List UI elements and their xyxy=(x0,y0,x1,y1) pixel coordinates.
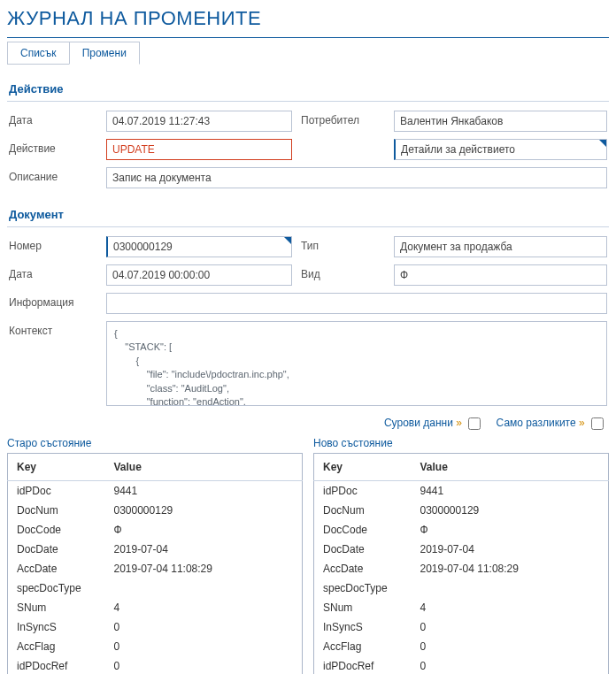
table-row: DocNum0300000129 xyxy=(8,501,303,520)
cell-key: AccDate xyxy=(8,559,105,578)
cell-value: 4 xyxy=(412,598,609,617)
cell-key: SNum xyxy=(8,598,105,617)
cell-value: 0 xyxy=(412,617,609,637)
new-value-header: Value xyxy=(412,453,609,480)
section-doc-title: Документ xyxy=(7,203,609,227)
table-row: DocCodeФ xyxy=(314,520,609,540)
new-state-title: Ново състояние xyxy=(313,437,609,449)
action-user-label: Потребител xyxy=(301,111,385,126)
diff-only-checkbox[interactable] xyxy=(591,417,604,430)
cell-key: DocCode xyxy=(314,520,412,540)
action-date-value: 04.07.2019 11:27:43 xyxy=(106,111,292,132)
doc-type-label: Тип xyxy=(301,236,385,252)
action-desc-value: Запис на документа xyxy=(106,167,607,188)
cell-value: 0 xyxy=(105,656,303,674)
cell-value: 9441 xyxy=(412,480,609,501)
doc-num-value[interactable]: 0300000129 xyxy=(106,236,292,257)
table-row: DocDate2019-07-04 xyxy=(8,540,303,559)
table-row: DocNum0300000129 xyxy=(314,501,609,520)
cell-key: AccFlag xyxy=(8,637,105,656)
table-row: idPDoc9441 xyxy=(8,480,303,501)
tab-list[interactable]: Списък xyxy=(7,42,70,65)
action-action-value: UPDATE xyxy=(106,139,292,160)
raw-data-checkbox[interactable] xyxy=(468,417,481,430)
table-row: SNum4 xyxy=(314,598,609,617)
doc-context-label: Контекст xyxy=(9,321,97,337)
table-row: idPDocRef0 xyxy=(8,656,303,674)
table-row: AccDate2019-07-04 11:08:29 xyxy=(8,559,303,578)
cell-value: 0 xyxy=(412,656,609,674)
cell-key: DocCode xyxy=(8,520,105,540)
action-date-label: Дата xyxy=(9,111,97,126)
old-key-header: Key xyxy=(8,453,105,480)
cell-value: Ф xyxy=(105,520,303,540)
action-details-button[interactable]: Детайли за действието xyxy=(394,139,607,160)
cell-key: idPDoc xyxy=(8,480,105,501)
cell-key: idPDoc xyxy=(314,480,412,501)
doc-date-label: Дата xyxy=(9,264,97,280)
doc-date-value: 04.07.2019 00:00:00 xyxy=(106,264,292,286)
doc-kind-value: Ф xyxy=(394,264,607,286)
old-value-header: Value xyxy=(105,453,303,480)
table-row: DocDate2019-07-04 xyxy=(314,540,609,559)
cell-value: 9441 xyxy=(105,480,303,501)
cell-value: 2019-07-04 xyxy=(105,540,303,559)
cell-key: AccFlag xyxy=(314,637,412,656)
section-action-title: Действие xyxy=(7,77,609,102)
cell-value: 0 xyxy=(412,637,609,656)
cell-value: 0300000129 xyxy=(412,501,609,520)
doc-info-value xyxy=(106,293,607,314)
table-row: InSyncS0 xyxy=(8,617,303,637)
cell-value xyxy=(412,578,609,598)
action-action-label: Действие xyxy=(9,139,97,155)
cell-value: 2019-07-04 xyxy=(412,540,609,559)
doc-info-label: Информация xyxy=(9,293,97,309)
action-desc-label: Описание xyxy=(9,167,97,183)
cell-key: InSyncS xyxy=(8,617,105,637)
cell-value: 0 xyxy=(105,617,303,637)
cell-key: DocNum xyxy=(8,501,105,520)
doc-form: Номер 0300000129 Тип Документ за продажб… xyxy=(7,227,609,408)
cell-value: 0 xyxy=(105,637,303,656)
tabs: Списък Промени xyxy=(7,42,609,65)
cell-key: DocDate xyxy=(8,540,105,559)
cell-key: DocDate xyxy=(314,540,412,559)
table-row: AccFlag0 xyxy=(314,637,609,656)
cell-key: specDocType xyxy=(314,578,412,598)
cell-value: 2019-07-04 11:08:29 xyxy=(105,559,303,578)
doc-type-value: Документ за продажба xyxy=(394,236,607,257)
cell-value xyxy=(105,578,303,598)
table-row: DocCodeФ xyxy=(8,520,303,540)
cell-value: 2019-07-04 11:08:29 xyxy=(412,559,609,578)
cell-key: InSyncS xyxy=(314,617,412,637)
tab-changes[interactable]: Промени xyxy=(69,42,140,65)
doc-num-label: Номер xyxy=(9,236,97,252)
table-row: SNum4 xyxy=(8,598,303,617)
table-row: idPDoc9441 xyxy=(314,480,609,501)
raw-data-link[interactable]: Сурови данни » xyxy=(384,417,462,429)
cell-key: DocNum xyxy=(314,501,412,520)
cell-key: idPDocRef xyxy=(8,656,105,674)
table-row: specDocType xyxy=(314,578,609,598)
new-key-header: Key xyxy=(314,453,412,480)
table-row: AccDate2019-07-04 11:08:29 xyxy=(314,559,609,578)
cell-key: specDocType xyxy=(8,578,105,598)
cell-value: 4 xyxy=(105,598,303,617)
diff-only-link[interactable]: Само разликите » xyxy=(497,417,585,429)
old-state-table: Key Value idPDoc9441DocNum0300000129DocC… xyxy=(7,453,303,674)
new-state-table: Key Value idPDoc9441DocNum0300000129DocC… xyxy=(313,453,609,674)
old-state-title: Старо състояние xyxy=(7,437,303,449)
divider xyxy=(7,37,609,38)
cell-key: SNum xyxy=(314,598,412,617)
table-row: AccFlag0 xyxy=(8,637,303,656)
table-row: idPDocRef0 xyxy=(314,656,609,674)
doc-context-value[interactable]: { "STACK": [ { "file": "include\/pdoctra… xyxy=(106,321,607,406)
cell-value: Ф xyxy=(412,520,609,540)
doc-kind-label: Вид xyxy=(301,264,385,280)
action-form: Дата 04.07.2019 11:27:43 Потребител Вале… xyxy=(7,102,609,190)
toggles: Сурови данни » Само разликите » xyxy=(7,417,607,430)
table-row: specDocType xyxy=(8,578,303,598)
table-row: InSyncS0 xyxy=(314,617,609,637)
cell-key: AccDate xyxy=(314,559,412,578)
action-user-value: Валентин Янкабаков xyxy=(394,111,607,132)
